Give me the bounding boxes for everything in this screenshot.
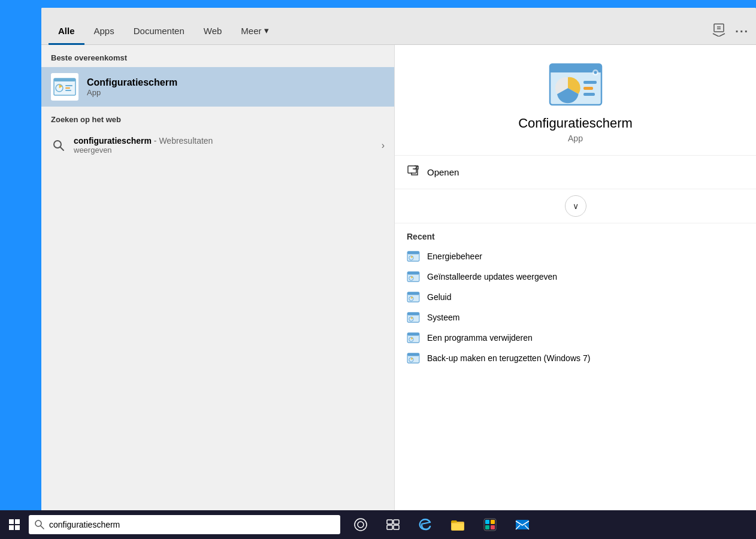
svg-rect-45 bbox=[15, 525, 20, 530]
task-view-icon bbox=[386, 518, 400, 531]
svg-rect-58 bbox=[491, 520, 495, 524]
recent-icon-3 bbox=[407, 292, 420, 302]
left-panel: Beste overeenkomst Configuratiesche bbox=[41, 45, 395, 532]
chevron-right-icon: › bbox=[382, 140, 385, 151]
svg-rect-51 bbox=[394, 520, 399, 524]
svg-rect-60 bbox=[491, 525, 495, 529]
windows-icon bbox=[8, 519, 20, 531]
recent-item[interactable]: Een programma verwijderen bbox=[407, 328, 744, 348]
svg-rect-42 bbox=[9, 519, 14, 524]
expand-button[interactable]: ∨ bbox=[565, 195, 586, 217]
recent-item-label-2: Geïnstalleerde updates weergeven bbox=[427, 272, 557, 281]
recent-icon-5 bbox=[407, 332, 420, 343]
more-options-icon[interactable]: ··· bbox=[735, 25, 749, 38]
tabs-bar: Alle Apps Documenten Web Meer ▾ ··· bbox=[41, 8, 756, 45]
tab-alle[interactable]: Alle bbox=[49, 20, 84, 45]
start-button[interactable] bbox=[0, 510, 29, 539]
cortana-button[interactable] bbox=[345, 510, 376, 539]
chevron-down-icon: ∨ bbox=[573, 201, 579, 211]
web-search-item[interactable]: configuratiescherm - Webresultaten weerg… bbox=[41, 129, 394, 162]
svg-rect-40 bbox=[407, 353, 419, 356]
control-panel-icon-large bbox=[549, 63, 603, 106]
recent-icon-4 bbox=[407, 312, 420, 323]
edge-button[interactable] bbox=[410, 510, 441, 539]
app-detail-header: Configuratiescherm App bbox=[395, 45, 756, 156]
svg-rect-8 bbox=[65, 90, 71, 91]
svg-rect-28 bbox=[407, 272, 419, 275]
svg-rect-34 bbox=[407, 313, 419, 316]
best-match-text: Configuratiescherm App bbox=[87, 77, 177, 97]
svg-rect-55 bbox=[452, 523, 464, 530]
file-explorer-icon bbox=[450, 518, 465, 531]
svg-line-10 bbox=[61, 147, 63, 150]
best-match-type: App bbox=[87, 88, 177, 97]
svg-rect-52 bbox=[387, 525, 392, 529]
best-match-name: Configuratiescherm bbox=[87, 77, 177, 88]
open-action[interactable]: Openen bbox=[395, 156, 756, 189]
open-icon bbox=[407, 164, 420, 180]
mail-button[interactable] bbox=[507, 510, 538, 539]
taskbar-search-icon bbox=[35, 520, 44, 529]
tab-apps[interactable]: Apps bbox=[84, 20, 124, 45]
expand-row: ∨ bbox=[395, 189, 756, 223]
user-icon[interactable] bbox=[712, 23, 725, 40]
best-match-item[interactable]: Configuratiescherm App bbox=[41, 67, 394, 107]
recent-item-label-1: Energiebeheer bbox=[427, 252, 482, 261]
file-explorer-button[interactable] bbox=[442, 510, 473, 539]
svg-rect-59 bbox=[485, 525, 489, 529]
recent-item[interactable]: Energiebeheer bbox=[407, 246, 744, 267]
tab-web[interactable]: Web bbox=[194, 20, 232, 45]
taskbar-icons bbox=[345, 510, 538, 539]
recent-icon-1 bbox=[407, 251, 420, 262]
tabs-right-actions: ··· bbox=[712, 23, 749, 44]
svg-rect-43 bbox=[15, 519, 20, 524]
recent-item[interactable]: Geïnstalleerde updates weergeven bbox=[407, 267, 744, 287]
cortana-icon bbox=[353, 517, 368, 532]
svg-rect-44 bbox=[9, 525, 14, 530]
svg-rect-53 bbox=[394, 525, 399, 529]
svg-point-49 bbox=[358, 522, 364, 528]
svg-rect-57 bbox=[485, 520, 489, 524]
edge-icon bbox=[418, 517, 433, 532]
svg-rect-17 bbox=[583, 93, 595, 96]
main-content: Beste overeenkomst Configuratiesche bbox=[41, 45, 756, 532]
recent-section: Recent Energiebeheer bbox=[395, 223, 756, 373]
open-label: Openen bbox=[427, 167, 459, 177]
app-detail-type: App bbox=[568, 134, 583, 143]
svg-point-9 bbox=[54, 141, 61, 148]
svg-rect-15 bbox=[583, 81, 597, 84]
recent-item[interactable]: Systeem bbox=[407, 307, 744, 328]
recent-item[interactable]: Back-up maken en terugzetten (Windows 7) bbox=[407, 348, 744, 368]
svg-rect-50 bbox=[387, 520, 392, 524]
recent-item-label-6: Back-up maken en terugzetten (Windows 7) bbox=[427, 353, 590, 363]
task-view-button[interactable] bbox=[377, 510, 409, 539]
recent-item[interactable]: Geluid bbox=[407, 287, 744, 307]
recent-icon-6 bbox=[407, 353, 420, 364]
taskbar-search-bar[interactable]: configuratiescherm bbox=[29, 515, 340, 534]
tab-meer[interactable]: Meer ▾ bbox=[231, 19, 278, 45]
store-button[interactable] bbox=[474, 510, 506, 539]
control-panel-icon-small bbox=[53, 78, 76, 96]
web-search-label: Zoeken op het web bbox=[41, 107, 394, 129]
taskbar-search-text: configuratiescherm bbox=[49, 520, 120, 529]
svg-rect-31 bbox=[407, 292, 419, 295]
svg-rect-4 bbox=[54, 78, 75, 81]
search-icon bbox=[51, 138, 66, 153]
app-detail-name: Configuratiescherm bbox=[518, 116, 633, 131]
tab-documenten[interactable]: Documenten bbox=[124, 20, 194, 45]
svg-rect-37 bbox=[407, 333, 419, 336]
recent-item-label-4: Systeem bbox=[427, 313, 459, 322]
recent-icon-2 bbox=[407, 271, 420, 282]
search-window: Alle Apps Documenten Web Meer ▾ ··· Best… bbox=[41, 8, 756, 532]
store-icon bbox=[483, 518, 497, 531]
svg-rect-0 bbox=[714, 24, 724, 32]
recent-item-label-3: Geluid bbox=[427, 292, 451, 302]
recent-label: Recent bbox=[407, 232, 744, 241]
svg-rect-7 bbox=[65, 87, 70, 89]
web-search-text: configuratiescherm - Webresultaten weerg… bbox=[74, 136, 374, 155]
recent-item-label-5: Een programma verwijderen bbox=[427, 333, 533, 343]
svg-point-19 bbox=[594, 71, 597, 74]
svg-rect-6 bbox=[65, 85, 72, 86]
best-match-label: Beste overeenkomst bbox=[41, 45, 394, 67]
app-icon-small-container bbox=[51, 73, 78, 101]
